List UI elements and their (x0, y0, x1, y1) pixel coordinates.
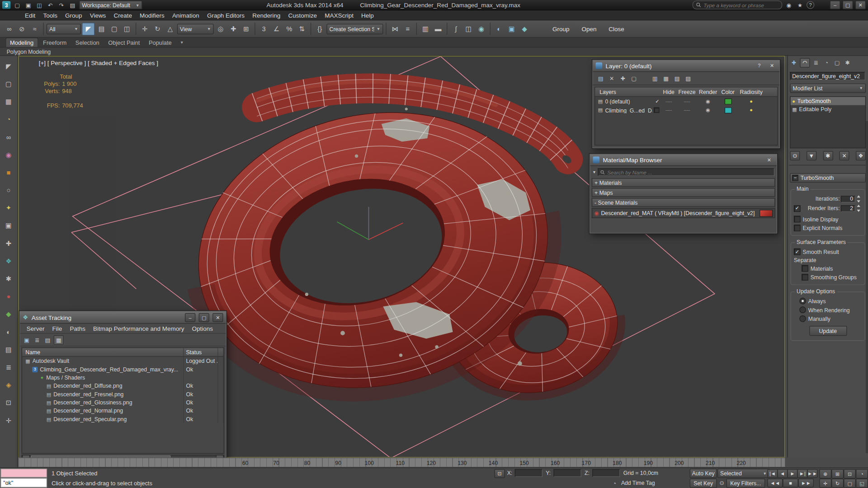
explicit-normals-checkbox[interactable] (794, 225, 801, 231)
named-selection-set-dropdown[interactable]: Create Selection Se ▼ (326, 23, 383, 34)
ribbon-config-dropdown-icon[interactable]: ▼ (180, 40, 184, 44)
time-tag-clock-icon[interactable]: ◔ (610, 479, 619, 487)
tab-populate[interactable]: Populate (145, 38, 175, 47)
modifier-list-dropdown[interactable]: Modifier List ▼ (790, 84, 866, 93)
add-time-tag-label[interactable]: Add Time Tag (621, 480, 655, 486)
renderable-icon[interactable]: ◉ (706, 99, 710, 104)
render-iters-checkbox[interactable]: ✓ (794, 205, 801, 212)
smooth-result-checkbox[interactable]: ✓ (794, 249, 801, 255)
menu-create[interactable]: Create (110, 11, 136, 20)
layer-row[interactable]: ▤ 0 (default) ✓ ----- ----- ◉ ● (595, 97, 777, 106)
scene-materials-group-bar[interactable]: - Scene Materials (592, 198, 775, 207)
zoom-icon[interactable]: ⊕ (819, 469, 831, 479)
systems-icon[interactable]: ✱ (2, 273, 15, 285)
go-to-start-button[interactable]: |◄ (767, 469, 778, 478)
col-status[interactable]: Status (184, 348, 218, 356)
select-and-link-icon[interactable]: ∞ (3, 23, 15, 35)
iterations-spinner[interactable] (857, 195, 862, 202)
unlink-selection-icon[interactable]: ⊘ (16, 23, 28, 35)
col-layers[interactable]: Layers (595, 89, 660, 95)
display-tab-icon[interactable]: ▢ (833, 59, 842, 67)
field-of-view-icon[interactable]: ◔ (856, 469, 868, 479)
stack-item-turbosmooth[interactable]: ● TurboSmooth (791, 97, 865, 105)
favorites-icon[interactable]: ★ (796, 1, 805, 9)
spinner-snap-icon[interactable]: ⇅ (296, 23, 308, 35)
show-end-result-icon[interactable]: ▼ (807, 151, 816, 160)
maxscript-icon[interactable]: ≣ (2, 361, 15, 374)
zoom-all-icon[interactable]: ⊞ (831, 469, 844, 479)
new-scene-icon[interactable]: ▢ (13, 1, 22, 9)
asset-row[interactable]: ▤Descender_red_Normal.png Ok (22, 407, 224, 415)
col-hide[interactable]: Hide (660, 89, 677, 95)
make-unique-icon[interactable]: ✱ (823, 151, 833, 160)
create-tab-icon[interactable]: ✚ (789, 59, 798, 67)
material-search-input[interactable] (607, 169, 762, 175)
maxscript-listener-line[interactable]: "ok" (0, 478, 47, 488)
x-coordinate-field[interactable] (515, 469, 542, 477)
schematic-view-icon[interactable]: ◫ (463, 23, 475, 35)
infocenter-help-icon[interactable]: ? (807, 1, 814, 9)
helpers-icon[interactable]: ✚ (2, 237, 15, 249)
close-icon[interactable]: ✕ (212, 313, 223, 322)
asset-row[interactable]: ✦Maps / Shaders (22, 374, 224, 382)
go-to-end-button[interactable]: ►► (807, 469, 817, 478)
isolate-icon[interactable]: ◱ (856, 479, 868, 488)
add-selection-to-layer-icon[interactable]: ✚ (618, 74, 627, 82)
menu-group[interactable]: Group (61, 11, 86, 20)
layer-row[interactable]: ▤ Climbing_G...ed_Da ----- ----- ◉ ● (595, 106, 777, 115)
select-cursor-icon[interactable]: ◤ (2, 60, 15, 72)
details-view-icon[interactable]: ▤ (43, 336, 52, 344)
set-key-key-icon[interactable]: ⊙ (717, 479, 726, 487)
bind-to-space-warp-icon[interactable]: ≈ (29, 23, 41, 35)
asset-row[interactable]: ▦Autodesk Vault Logged Out ... (22, 357, 224, 365)
pin-stack-icon[interactable]: ⊙ (790, 151, 800, 160)
lock-icon[interactable]: ⊡ (2, 397, 15, 409)
tab-freeform[interactable]: Freeform (39, 38, 70, 47)
layer-manager-icon[interactable]: ▥ (420, 23, 431, 35)
asset-row[interactable]: ▤Descender_red_Specular.png Ok (22, 415, 224, 423)
mirror-icon[interactable]: ⋈ (389, 23, 401, 35)
viewport-label[interactable]: [+] [ Perspective ] [ Shaded + Edged Fac… (39, 60, 158, 66)
close-icon[interactable]: ✕ (767, 62, 777, 70)
col-radiosity[interactable]: Radiosity (737, 89, 766, 95)
align-icon[interactable]: ≡ (402, 23, 414, 35)
menu-edit[interactable]: Edit (21, 11, 39, 20)
when-rendering-radio[interactable] (799, 306, 806, 313)
select-layer-objects-icon[interactable]: ▢ (629, 74, 638, 82)
orbit-icon[interactable]: ↻ (831, 479, 844, 488)
menu-modifiers[interactable]: Modifiers (136, 11, 169, 20)
asset-row[interactable]: ▤Descender_red_Diffuse.png Ok (22, 382, 224, 390)
pan-hand-icon[interactable]: ✛ (2, 414, 15, 427)
panel-scrollbar[interactable] (866, 121, 868, 453)
undo-icon[interactable]: ↶ (46, 1, 55, 9)
layer-color-swatch[interactable] (724, 107, 731, 113)
rendered-frame-icon[interactable]: ▣ (506, 23, 518, 35)
menu-rendering[interactable]: Rendering (249, 11, 284, 20)
close-icon[interactable]: ✕ (764, 156, 774, 164)
minimize-icon[interactable]: – (185, 313, 195, 322)
scene-material-item[interactable]: ◉ Descender_red_MAT ( VRayMtl ) [Descend… (592, 208, 775, 218)
vault-login-icon[interactable]: ▣ (22, 336, 31, 344)
help-button[interactable]: ? (755, 62, 764, 70)
tab-selection[interactable]: Selection (71, 38, 103, 47)
selection-filter-dropdown[interactable]: All ▼ (47, 23, 81, 34)
menu-server[interactable]: Server (23, 324, 47, 332)
spacewarps-icon[interactable]: ❖ (2, 255, 15, 267)
infocenter-search[interactable] (693, 0, 782, 9)
turbosmooth-rollout-header[interactable]: − TurboSmooth (790, 173, 866, 183)
hide-layer-icon[interactable]: ▥ (651, 74, 660, 82)
material-editor-icon[interactable]: ◉ (476, 23, 487, 35)
configure-modifier-sets-icon[interactable]: ❖ (856, 151, 866, 160)
table-view-icon[interactable]: ▦ (54, 335, 64, 344)
menu-tools[interactable]: Tools (39, 11, 61, 20)
render-setup-icon[interactable]: ◐ (493, 23, 505, 35)
reference-coordinate-dropd own[interactable]: View ▼ (177, 23, 214, 34)
materials-group-bar[interactable]: + Materials (592, 178, 775, 187)
object-name-field[interactable]: Descender_figure_eight_v2 (790, 72, 865, 80)
snap-toggle-icon[interactable]: 3 (258, 23, 270, 35)
timeline-ruler[interactable]: 60 70 80 90 100 110 120 130 140 150 160 … (18, 458, 785, 468)
use-pivot-center-icon[interactable]: ◎ (215, 23, 226, 35)
remove-modifier-icon[interactable]: ✕ (840, 151, 849, 160)
auto-key-button[interactable]: Auto Key (690, 469, 717, 478)
freeze-layer-icon[interactable]: ▦ (661, 74, 670, 82)
